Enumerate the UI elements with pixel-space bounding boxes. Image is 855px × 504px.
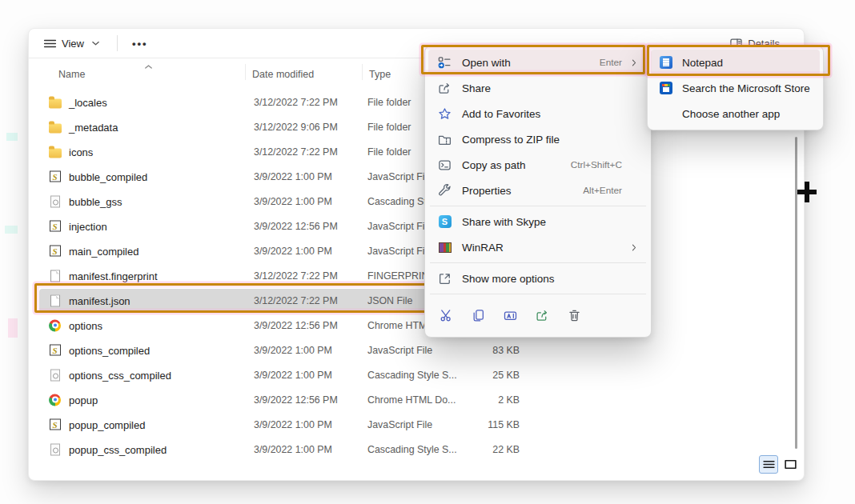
crosshair-cursor (797, 182, 817, 202)
sort-ascending-icon (142, 60, 153, 70)
file-row-icons[interactable]: icons 3/12/2022 7:22 PM File folder (29, 139, 796, 164)
details-view-toggle[interactable] (759, 455, 778, 474)
menu-item-share[interactable]: Share (428, 75, 648, 101)
list-view-icon (762, 458, 776, 471)
js-icon: S (48, 219, 62, 233)
menu-item-compress-to-zip-file[interactable]: Compress to ZIP file (428, 126, 648, 152)
see-more-button[interactable]: ••• (127, 38, 153, 50)
submenu-item-search-the-microsoft-store[interactable]: Search the Microsoft Store (651, 75, 820, 101)
menu-item-copy-as-path[interactable]: Copy as path Ctrl+Shift+C (428, 152, 648, 178)
menu-separator (430, 294, 646, 294)
folder-icon (48, 145, 62, 158)
winrar-icon (438, 241, 452, 254)
thumbnail-view-toggle[interactable] (781, 455, 800, 474)
cut-icon (440, 309, 453, 322)
file-row-options[interactable]: options 3/9/2022 12:56 PM Chrome HTML Do… (29, 313, 796, 338)
column-separator (362, 64, 363, 80)
store-icon (659, 82, 672, 95)
menu-separator (430, 206, 646, 206)
file-row-popup[interactable]: popup 3/9/2022 12:56 PM Chrome HTML Do..… (29, 387, 796, 412)
file-row-injection[interactable]: S injection 3/9/2022 12:56 PM JavaScript… (29, 214, 796, 238)
expand-icon (438, 272, 452, 286)
file-row-popup-compiled[interactable]: S popup_compiled 3/9/2022 1:00 PM JavaSc… (29, 412, 796, 437)
menu-separator (430, 262, 646, 263)
chevron-right-icon (628, 241, 640, 254)
view-button[interactable]: View (38, 34, 107, 54)
annotation-box-manifest-json (34, 283, 430, 313)
file-row-options-compiled[interactable]: S options_compiled 3/9/2022 1:00 PM Java… (29, 338, 796, 362)
context-menu: Open with Enter Share Add to Favorites C… (424, 46, 652, 338)
doc-icon (48, 269, 62, 282)
annotation-box-open-with (421, 45, 645, 74)
glitch-artifact (5, 226, 18, 234)
menu-item-properties[interactable]: Properties Alt+Enter (428, 178, 648, 203)
menu-item-share-with-skype[interactable]: S Share with Skype (428, 209, 648, 234)
action-delete[interactable] (564, 305, 585, 326)
column-header-type[interactable]: Type (369, 69, 391, 80)
rename-icon (504, 309, 517, 322)
share-icon (438, 82, 452, 95)
css-icon (48, 442, 62, 456)
wrench-icon (438, 184, 452, 198)
css-icon (48, 194, 62, 208)
action-rename[interactable] (500, 305, 521, 326)
chrome-icon (48, 318, 62, 332)
toolbar-divider (117, 35, 118, 51)
action-copy[interactable] (468, 305, 489, 326)
submenu-item-choose-another-app[interactable]: Choose another app (651, 101, 820, 126)
view-button-label: View (62, 38, 84, 50)
file-row-options-css-compiled[interactable]: options_css_compiled 3/9/2022 1:00 PM Ca… (29, 362, 796, 387)
js-icon: S (48, 244, 62, 258)
screenshot-stage: View ••• Details Name Date modified Type (0, 0, 855, 504)
js-icon: S (48, 418, 62, 431)
file-list: _locales 3/12/2022 7:22 PM File folder _… (29, 90, 796, 462)
folder-icon (48, 120, 62, 134)
file-row-main-compiled[interactable]: S main_compiled 3/9/2022 1:00 PM JavaScr… (29, 238, 796, 263)
chevron-down-icon (89, 37, 102, 50)
glitch-artifact (8, 318, 18, 338)
annotation-box-notepad (647, 45, 830, 76)
column-header-date-modified[interactable]: Date modified (252, 69, 314, 80)
js-icon: S (48, 343, 62, 357)
star-icon (438, 107, 452, 121)
menu-item-winrar[interactable]: WinRAR (428, 234, 648, 260)
action-share-action[interactable] (532, 305, 553, 326)
share-action-icon (536, 309, 549, 322)
zip-icon (438, 133, 452, 146)
file-row-bubble-compiled[interactable]: S bubble_compiled 3/9/2022 1:00 PM JavaS… (29, 164, 796, 189)
view-layout-icon (43, 37, 57, 50)
js-icon: S (48, 170, 62, 183)
action-cut[interactable] (436, 305, 457, 326)
file-row-popup-css-compiled[interactable]: popup_css_compiled 3/9/2022 1:00 PM Casc… (29, 437, 796, 462)
column-header-name[interactable]: Name (58, 69, 85, 80)
folder-icon (48, 95, 62, 109)
delete-icon (568, 309, 581, 322)
chrome-icon (48, 393, 62, 406)
copy-path-icon (438, 158, 452, 172)
copy-icon (472, 309, 485, 322)
thumbnail-view-icon (784, 458, 797, 471)
menu-item-show-more-options[interactable]: Show more options (428, 266, 648, 291)
menu-item-add-to-favorites[interactable]: Add to Favorites (428, 101, 648, 126)
quick-action-row (425, 297, 651, 334)
column-separator (245, 64, 246, 80)
skype-icon: S (438, 215, 452, 229)
file-row-bubble-gss[interactable]: bubble_gss 3/9/2022 1:00 PM Cascading St… (29, 189, 796, 214)
view-mode-toggles (759, 455, 800, 474)
css-icon (48, 368, 62, 382)
glitch-artifact (6, 133, 18, 141)
